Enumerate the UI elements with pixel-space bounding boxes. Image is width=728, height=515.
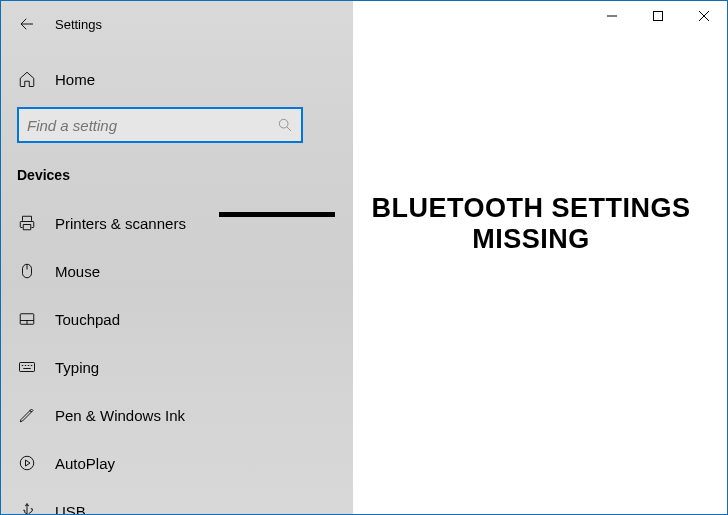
nav-label: Typing xyxy=(55,359,99,376)
printer-icon xyxy=(17,213,37,233)
sidebar-item-typing[interactable]: Typing xyxy=(17,343,337,391)
close-icon xyxy=(699,11,709,21)
svg-point-0 xyxy=(279,119,288,128)
back-button[interactable] xyxy=(17,14,37,34)
section-header-devices: Devices xyxy=(17,167,337,183)
content-pane xyxy=(353,1,727,514)
search-box[interactable] xyxy=(17,107,303,143)
minimize-icon xyxy=(607,11,617,21)
sidebar-item-printers[interactable]: Printers & scanners xyxy=(17,199,337,247)
autoplay-icon xyxy=(17,453,37,473)
sidebar-item-pen[interactable]: Pen & Windows Ink xyxy=(17,391,337,439)
annotation-text: BLUETOOTH SETTINGS MISSING xyxy=(341,193,721,255)
sidebar-item-usb[interactable]: USB xyxy=(17,487,337,515)
svg-line-1 xyxy=(287,127,291,131)
annotation-line xyxy=(219,212,335,217)
sidebar: Settings Home Devices Printers & scanner… xyxy=(1,1,353,514)
maximize-icon xyxy=(653,11,663,21)
search-input[interactable] xyxy=(27,117,277,134)
nav-list: Printers & scanners Mouse Touchpad Typin… xyxy=(17,199,337,515)
nav-label: Touchpad xyxy=(55,311,120,328)
nav-label: Pen & Windows Ink xyxy=(55,407,185,424)
usb-icon xyxy=(17,501,37,515)
mouse-icon xyxy=(17,261,37,281)
close-button[interactable] xyxy=(681,1,727,31)
sidebar-item-mouse[interactable]: Mouse xyxy=(17,247,337,295)
window-controls xyxy=(589,1,727,31)
nav-label: Printers & scanners xyxy=(55,215,186,232)
nav-label: Mouse xyxy=(55,263,100,280)
search-icon xyxy=(277,117,293,133)
window-title: Settings xyxy=(55,17,102,32)
back-arrow-icon xyxy=(18,15,36,33)
pen-icon xyxy=(17,405,37,425)
svg-rect-16 xyxy=(654,12,663,21)
maximize-button[interactable] xyxy=(635,1,681,31)
svg-rect-7 xyxy=(20,363,35,372)
keyboard-icon xyxy=(17,357,37,377)
home-icon xyxy=(17,69,37,89)
nav-label: USB xyxy=(55,503,86,516)
nav-label: AutoPlay xyxy=(55,455,115,472)
minimize-button[interactable] xyxy=(589,1,635,31)
home-label: Home xyxy=(55,71,95,88)
title-bar: Settings xyxy=(17,1,337,41)
sidebar-item-autoplay[interactable]: AutoPlay xyxy=(17,439,337,487)
sidebar-item-touchpad[interactable]: Touchpad xyxy=(17,295,337,343)
touchpad-icon xyxy=(17,309,37,329)
sidebar-item-home[interactable]: Home xyxy=(17,59,337,99)
svg-point-13 xyxy=(20,456,34,470)
